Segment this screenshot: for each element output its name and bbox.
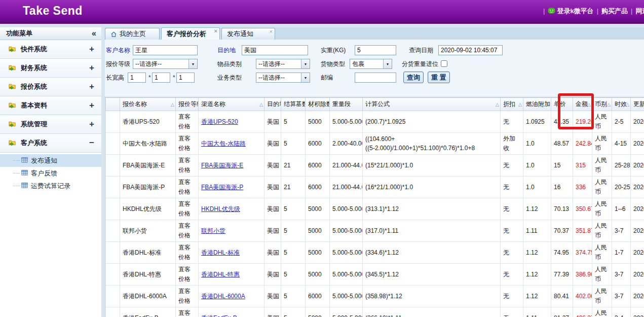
- search-button[interactable]: 查询: [403, 72, 424, 83]
- row-selector-cell: [106, 264, 120, 286]
- close-tab-icon[interactable]: ×: [270, 29, 273, 34]
- sidebar-group-3[interactable]: 基本资料+: [0, 96, 101, 115]
- length-input[interactable]: [128, 73, 146, 83]
- column-header-12[interactable]: 金额△: [573, 98, 592, 111]
- channel-link[interactable]: 香港DHL-6000A: [201, 293, 245, 300]
- folder-icon: [8, 138, 16, 146]
- cell-amount: 374.75: [573, 242, 592, 264]
- dropdown-arrow-icon[interactable]: ▼: [188, 59, 197, 68]
- query-date-input[interactable]: [438, 45, 503, 55]
- topbar-link-0[interactable]: 登录k微平台: [557, 7, 593, 15]
- cell-dest: 美国: [264, 242, 281, 264]
- dropdown-arrow-icon[interactable]: ▼: [301, 73, 310, 82]
- sidebar-group-label: 财务系统: [21, 63, 89, 73]
- sort-icon[interactable]: △: [607, 102, 611, 107]
- sidebar-group-4[interactable]: 系统管理+: [0, 115, 101, 134]
- cell-formula: (334.6)*1.12: [363, 242, 501, 264]
- zip-code-input[interactable]: [355, 73, 396, 83]
- column-header-3[interactable]: 渠道名称△: [199, 98, 264, 111]
- sort-icon[interactable]: △: [518, 102, 522, 107]
- sidebar-item-0[interactable]: 发布通知: [0, 154, 101, 167]
- height-input[interactable]: [176, 73, 195, 83]
- item-type-select[interactable]: --请选择-- ▼: [256, 59, 310, 69]
- collapse-sidebar-icon[interactable]: «: [92, 29, 96, 38]
- cell-channel: 中国大包-水陆路: [199, 133, 264, 155]
- column-header-8[interactable]: 计算公式△: [363, 98, 501, 111]
- cell-fuel: 1.0: [523, 177, 551, 198]
- sidebar-item-2[interactable]: 运费试算记录: [0, 180, 101, 192]
- column-header-9[interactable]: 折扣△: [501, 98, 523, 111]
- cell-discount: 外加收: [501, 133, 523, 155]
- cell-base: 21: [281, 155, 306, 177]
- destination-input[interactable]: [242, 45, 308, 55]
- expand-icon[interactable]: +: [89, 119, 94, 129]
- channel-link[interactable]: 香港FedEx-B: [201, 314, 237, 317]
- channel-link[interactable]: 香港UPS-520: [201, 118, 238, 125]
- cell-discount: 无: [501, 220, 523, 242]
- cargo-type-select[interactable]: 包裹 ▼: [350, 59, 392, 69]
- cell-channel: FBA美国海派-E: [199, 155, 264, 177]
- cell-amount: 350.67: [573, 198, 592, 220]
- row-selector-cell: [106, 286, 120, 307]
- customer-name-input[interactable]: [133, 45, 198, 55]
- channel-link[interactable]: FBA美国海派-E: [201, 162, 243, 169]
- cell-fuel: 1.11: [523, 307, 551, 317]
- tab-0[interactable]: 我的主页: [105, 28, 160, 40]
- split-weight-carry-checkbox[interactable]: [441, 60, 447, 67]
- topbar-link-2[interactable]: 网速测试: [635, 7, 644, 15]
- cell-name: FBA美国海派-E: [120, 155, 176, 177]
- channel-link[interactable]: 香港DHL-特惠: [201, 271, 240, 278]
- sidebar-item-1[interactable]: 客户反馈: [0, 167, 101, 180]
- channel-link[interactable]: HKDHL优先级: [201, 205, 240, 213]
- column-header-13[interactable]: 币别△: [592, 98, 612, 111]
- cell-grade: 直客价格: [176, 133, 199, 155]
- cell-range: 5.000-5.000: [330, 264, 363, 286]
- dropdown-arrow-icon[interactable]: ▼: [383, 59, 392, 68]
- topbar-link-1[interactable]: 购买产品: [601, 7, 628, 15]
- expand-icon[interactable]: +: [89, 100, 94, 111]
- cell-formula: (200.7)*1.0925: [363, 111, 501, 133]
- sort-icon[interactable]: △: [496, 102, 499, 107]
- tab-1[interactable]: 客户报价分析×: [161, 27, 220, 40]
- expand-icon[interactable]: +: [89, 82, 94, 92]
- cell-formula: ((104.600+ ((5-2.000)/1.000+1)*51.100)*0…: [363, 133, 501, 155]
- quote-grade-label: 报价等级: [106, 59, 130, 69]
- business-type-select[interactable]: --请选择-- ▼: [256, 73, 310, 83]
- cell-fuel: 1.12: [523, 286, 551, 307]
- column-header-6: 材积除数: [306, 98, 330, 111]
- quote-grade-select[interactable]: --请选择-- ▼: [133, 59, 198, 69]
- cell-dest: 美国: [264, 264, 281, 286]
- width-input[interactable]: [152, 73, 170, 83]
- sidebar-group-1[interactable]: 财务系统+: [0, 59, 101, 78]
- channel-link[interactable]: 联邦小货: [201, 227, 225, 234]
- cell-vol: 5000: [306, 198, 330, 220]
- cell-channel: 香港UPS-520: [199, 111, 264, 133]
- cell-unit: 43.35: [551, 111, 573, 133]
- channel-link[interactable]: FBA美国海派-P: [201, 184, 243, 191]
- sort-icon[interactable]: △: [259, 102, 263, 107]
- tab-2[interactable]: 发布通知×: [221, 28, 275, 40]
- expand-icon[interactable]: +: [89, 63, 94, 73]
- weight-input[interactable]: [355, 45, 396, 55]
- sidebar-group-2[interactable]: 报价系统+: [0, 78, 101, 96]
- sidebar-group-5[interactable]: 客户系统−: [0, 134, 101, 153]
- cell-fuel: 1.12: [523, 264, 551, 286]
- sidebar-group-0[interactable]: 快件系统+: [0, 40, 101, 59]
- cell-range: 5.000-5.000: [330, 242, 363, 264]
- cell-base: 5: [281, 264, 306, 286]
- channel-link[interactable]: 香港DHL-标准: [201, 249, 240, 256]
- collapse-icon[interactable]: −: [89, 138, 94, 148]
- expand-icon[interactable]: +: [89, 44, 94, 54]
- channel-link[interactable]: 中国大包-水陆路: [201, 140, 246, 147]
- cell-vol: 5000: [306, 111, 330, 133]
- dropdown-arrow-icon[interactable]: ▼: [301, 59, 310, 68]
- sort-icon[interactable]: △: [626, 102, 629, 107]
- close-tab-icon[interactable]: ×: [214, 28, 217, 34]
- column-header-1[interactable]: 报价名称△: [120, 98, 176, 111]
- sort-icon[interactable]: △: [587, 102, 591, 107]
- reset-button[interactable]: 重 置: [428, 72, 450, 83]
- column-label: 渠道名称: [201, 100, 225, 108]
- column-header-14[interactable]: 时效△: [612, 98, 631, 111]
- cell-discount: 无: [501, 198, 523, 220]
- sort-icon[interactable]: △: [171, 102, 174, 107]
